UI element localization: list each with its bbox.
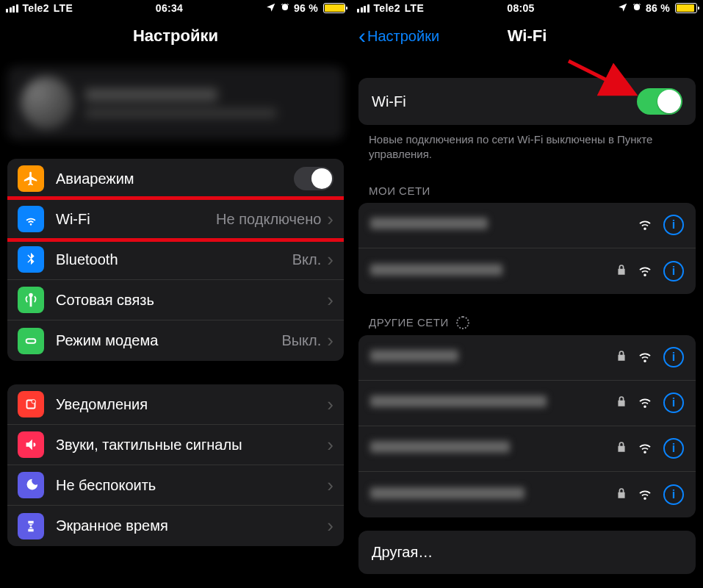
network-info-button[interactable]: i [663, 484, 684, 505]
chevron-right-icon: › [327, 248, 334, 271]
airplane-mode-row[interactable]: Авиарежим [7, 159, 344, 199]
location-icon [266, 2, 276, 15]
sounds-label: Звуки, тактильные сигналы [56, 437, 327, 453]
dnd-label: Не беспокоить [56, 477, 327, 494]
battery-pct: 86 % [646, 2, 670, 14]
chevron-right-icon: › [327, 289, 334, 312]
carrier-label: Tele2 [374, 2, 400, 14]
other-network-label: Другая… [372, 544, 433, 560]
lock-icon [616, 441, 627, 456]
wifi-signal-icon [637, 263, 653, 279]
wifi-signal-icon [637, 487, 653, 503]
settings-title: Настройки [133, 26, 218, 46]
network-name-blurred [370, 349, 616, 365]
back-button[interactable]: ‹ Настройки [358, 25, 439, 47]
other-network-row[interactable]: i [358, 472, 696, 517]
settings-group-notifications: Уведомления › Звуки, тактильные сигналы … [7, 384, 344, 546]
profile-card[interactable] [7, 66, 344, 140]
screentime-row[interactable]: Экранное время › [7, 506, 344, 546]
chevron-left-icon: ‹ [358, 25, 366, 47]
hotspot-icon [18, 328, 44, 354]
wifi-signal-icon [637, 349, 653, 365]
chevron-right-icon: › [327, 434, 334, 456]
wifi-label: Wi-Fi [56, 211, 216, 228]
network-name-blurred [370, 217, 637, 233]
back-label: Настройки [367, 28, 439, 45]
chevron-right-icon: › [327, 393, 334, 416]
hotspot-value: Выкл. [281, 332, 321, 349]
wifi-signal-icon [637, 440, 653, 456]
wifi-row[interactable]: Wi-Fi Не подключено › [7, 199, 344, 240]
cellular-label: Сотовая связь [56, 292, 327, 309]
nav-header-wifi: ‹ Настройки Wi-Fi [351, 16, 703, 56]
battery-icon [323, 3, 345, 13]
bluetooth-value: Вкл. [292, 251, 322, 268]
network-info-button[interactable]: i [663, 347, 684, 368]
lock-icon [616, 264, 627, 279]
status-bar-left: Tele2 LTE 06:34 96 % [0, 0, 351, 16]
known-network-row[interactable]: i [358, 203, 696, 248]
other-networks-header: ДРУГИЕ СЕТИ [351, 307, 703, 335]
my-networks-header: МОИ СЕТИ [351, 176, 703, 203]
battery-icon [675, 3, 697, 13]
notifications-row[interactable]: Уведомления › [7, 384, 344, 425]
chevron-right-icon: › [327, 514, 334, 537]
status-time: 06:34 [73, 2, 266, 14]
hotspot-row[interactable]: Режим модема Выкл. › [7, 320, 344, 361]
network-label: LTE [54, 2, 73, 14]
network-info-button[interactable]: i [663, 261, 684, 282]
bluetooth-icon [18, 246, 44, 273]
wifi-toggle-label: Wi-Fi [372, 93, 637, 110]
other-network-row[interactable]: i [358, 335, 696, 381]
cellular-row[interactable]: Сотовая связь › [7, 280, 344, 320]
network-info-button[interactable]: i [663, 438, 684, 459]
airplane-label: Авиарежим [56, 171, 294, 187]
notifications-label: Уведомления [56, 396, 327, 413]
spinner-icon [456, 316, 469, 329]
chevron-right-icon: › [327, 208, 334, 231]
lock-icon [616, 487, 627, 502]
svg-point-1 [32, 400, 35, 404]
my-networks-group: i i [358, 203, 696, 294]
carrier-label: Tele2 [23, 2, 49, 14]
hotspot-label: Режим модема [56, 332, 281, 349]
sounds-row[interactable]: Звуки, тактильные сигналы › [7, 425, 344, 465]
other-network-button[interactable]: Другая… [358, 531, 696, 574]
location-icon [618, 2, 628, 15]
airplane-toggle[interactable] [294, 167, 334, 190]
status-bar-right: Tele2 LTE 08:05 86 % [351, 0, 703, 16]
chevron-right-icon: › [327, 474, 334, 497]
network-label: LTE [405, 2, 424, 14]
nav-header-settings: Настройки [0, 16, 351, 56]
cellular-icon [18, 287, 44, 313]
avatar [21, 76, 73, 129]
wifi-signal-icon [637, 395, 653, 411]
sounds-icon [18, 431, 44, 458]
bluetooth-row[interactable]: Bluetooth Вкл. › [7, 240, 344, 280]
other-network-row[interactable]: i [358, 381, 696, 426]
signal-icon [357, 4, 369, 12]
other-networks-group: i i i i [358, 335, 696, 517]
screentime-label: Экранное время [56, 517, 327, 534]
settings-screen: Tele2 LTE 06:34 96 % Настройки [0, 0, 351, 588]
dnd-row[interactable]: Не беспокоить › [7, 465, 344, 506]
lock-icon [616, 350, 627, 365]
battery-pct: 96 % [294, 2, 318, 14]
signal-icon [6, 4, 18, 12]
wifi-note: Новые подключения по сети Wi-Fi выключен… [351, 132, 703, 176]
network-info-button[interactable]: i [663, 392, 684, 413]
lock-icon [616, 395, 627, 410]
network-name-blurred [370, 487, 616, 503]
other-network-row[interactable]: i [358, 426, 696, 472]
wifi-master-toggle[interactable] [637, 88, 682, 115]
network-info-button[interactable]: i [663, 215, 684, 235]
known-network-row[interactable]: i [358, 248, 696, 294]
wifi-icon [18, 206, 44, 232]
alarm-icon [280, 2, 290, 15]
alarm-icon [632, 2, 642, 15]
status-time: 08:05 [424, 2, 618, 14]
wifi-value: Не подключено [216, 211, 321, 228]
airplane-icon [18, 165, 44, 192]
network-name-blurred [370, 263, 616, 279]
wifi-master-toggle-row[interactable]: Wi-Fi [358, 78, 696, 125]
